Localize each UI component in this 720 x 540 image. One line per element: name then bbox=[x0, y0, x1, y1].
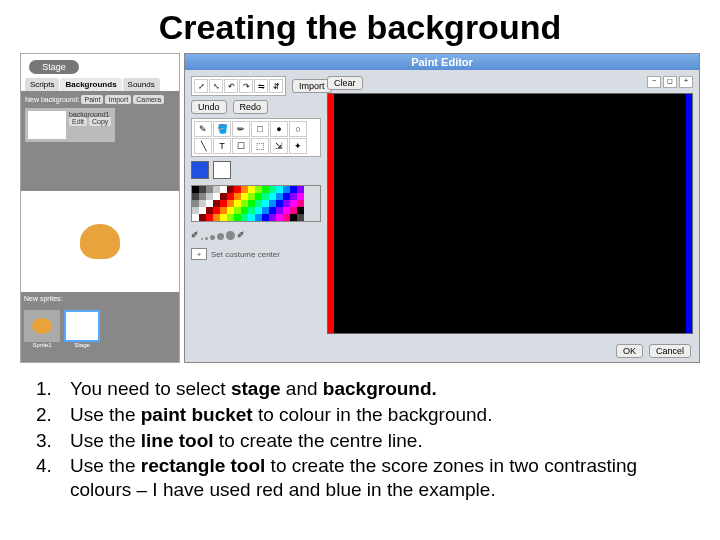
import-button[interactable]: Import bbox=[105, 95, 131, 104]
zoom-in-icon[interactable]: + bbox=[679, 76, 693, 88]
set-center-label: Set costume center bbox=[211, 250, 280, 259]
eyedropper-icon[interactable]: ✐ bbox=[191, 230, 199, 240]
brush-size-5[interactable] bbox=[226, 231, 235, 240]
tab-bar: Scripts Backgrounds Sounds bbox=[21, 78, 179, 91]
camera-button[interactable]: Camera bbox=[133, 95, 164, 104]
eyedropper-tool-icon[interactable]: ⇲ bbox=[270, 138, 288, 154]
paint-tools-column: ⤢ ⤡ ↶ ↷ ⇋ ⇵ Import Undo Redo ✎ 🪣 bbox=[191, 76, 321, 334]
import-button[interactable]: Import bbox=[292, 79, 332, 93]
flip-v-icon[interactable]: ⇵ bbox=[269, 79, 283, 93]
ellipse-tool-icon[interactable]: ○ bbox=[289, 121, 307, 137]
eraser-tool-icon[interactable]: ✏ bbox=[232, 121, 250, 137]
sprite-panel: New sprites: Sprite1 Stage bbox=[21, 292, 179, 362]
zoom-fit-icon[interactable]: ◻ bbox=[663, 76, 677, 88]
zoom-controls: − ◻ + bbox=[647, 76, 693, 90]
scratch-cat-icon bbox=[80, 224, 120, 259]
tab-scripts[interactable]: Scripts bbox=[25, 78, 59, 91]
clear-button[interactable]: Clear bbox=[327, 76, 363, 90]
screenshot-composite: Stage Scripts Backgrounds Sounds New bac… bbox=[0, 53, 720, 363]
eyedropper-icon[interactable]: ✐ bbox=[237, 230, 245, 240]
step-number: 1. bbox=[36, 377, 56, 401]
color-palette[interactable] bbox=[191, 185, 321, 222]
shrink-icon[interactable]: ⤡ bbox=[209, 79, 223, 93]
list-item: 3. Use the line tool to create the centr… bbox=[36, 429, 672, 453]
background-item[interactable]: background1 Edit Copy bbox=[25, 108, 115, 142]
list-item: 1. You need to select stage and backgrou… bbox=[36, 377, 672, 401]
brush-size-1[interactable] bbox=[201, 238, 203, 240]
backgrounds-panel: New background: Paint Import Camera back… bbox=[21, 91, 179, 191]
bg-edit-button[interactable]: Edit bbox=[69, 117, 87, 126]
step-number: 2. bbox=[36, 403, 56, 427]
select-tool-icon[interactable]: ☐ bbox=[232, 138, 250, 154]
undo-button[interactable]: Undo bbox=[191, 100, 227, 114]
transform-buttons: ⤢ ⤡ ↶ ↷ ⇋ ⇵ bbox=[191, 76, 286, 96]
rectangle-tool-icon[interactable]: □ bbox=[251, 121, 269, 137]
scratch-cat-icon bbox=[32, 318, 52, 334]
paintbrush-tool-icon[interactable]: ✎ bbox=[194, 121, 212, 137]
stage-thumb-label: Stage bbox=[64, 342, 100, 348]
paint-editor-dialog: Paint Editor ⤢ ⤡ ↶ ↷ ⇋ ⇵ Import Undo bbox=[184, 53, 700, 363]
list-item: 4. Use the rectangle tool to create the … bbox=[36, 454, 672, 502]
stamp-tool-icon[interactable]: ⬚ bbox=[251, 138, 269, 154]
filled-ellipse-tool-icon[interactable]: ● bbox=[270, 121, 288, 137]
zoom-out-icon[interactable]: − bbox=[647, 76, 661, 88]
fill-tool-icon[interactable]: 🪣 bbox=[213, 121, 231, 137]
blue-score-zone bbox=[686, 94, 692, 333]
sprite1-label: Sprite1 bbox=[24, 342, 60, 348]
sprite1-thumb[interactable] bbox=[24, 310, 60, 342]
stage-thumb[interactable] bbox=[64, 310, 100, 342]
brush-size-3[interactable] bbox=[210, 235, 215, 240]
step-number: 4. bbox=[36, 454, 56, 502]
rotate-cw-icon[interactable]: ↷ bbox=[239, 79, 253, 93]
red-score-zone bbox=[328, 94, 334, 333]
paint-button[interactable]: Paint bbox=[81, 95, 103, 104]
set-center-icon[interactable]: + bbox=[191, 248, 207, 260]
brush-sizes: ✐ ✐ bbox=[191, 230, 321, 240]
new-sprites-label: New sprites: bbox=[24, 295, 63, 302]
tab-backgrounds[interactable]: Backgrounds bbox=[60, 78, 121, 91]
instruction-list: 1. You need to select stage and backgrou… bbox=[0, 363, 720, 502]
tool-palette: ✎ 🪣 ✏ □ ● ○ ╲ T ☐ ⬚ ⇲ ✦ bbox=[191, 118, 321, 157]
stage-preview bbox=[21, 191, 179, 292]
background-thumb bbox=[28, 111, 66, 139]
color-swatches bbox=[191, 161, 321, 179]
list-item: 2. Use the paint bucket to colour in the… bbox=[36, 403, 672, 427]
text-tool-icon[interactable]: T bbox=[213, 138, 231, 154]
bg-copy-button[interactable]: Copy bbox=[89, 117, 111, 126]
rotate-ccw-icon[interactable]: ↶ bbox=[224, 79, 238, 93]
slide-title: Creating the background bbox=[0, 0, 720, 53]
step-number: 3. bbox=[36, 429, 56, 453]
cancel-button[interactable]: Cancel bbox=[649, 344, 691, 358]
tab-sounds[interactable]: Sounds bbox=[123, 78, 160, 91]
stage-button[interactable]: Stage bbox=[29, 60, 79, 74]
ok-button[interactable]: OK bbox=[616, 344, 643, 358]
brush-size-4[interactable] bbox=[217, 233, 224, 240]
scratch-stage-panel: Stage Scripts Backgrounds Sounds New bac… bbox=[20, 53, 180, 363]
background-color-swatch[interactable] bbox=[213, 161, 231, 179]
flip-h-icon[interactable]: ⇋ bbox=[254, 79, 268, 93]
line-tool-icon[interactable]: ╲ bbox=[194, 138, 212, 154]
brush-size-2[interactable] bbox=[205, 237, 208, 240]
foreground-color-swatch[interactable] bbox=[191, 161, 209, 179]
new-background-label: New background: bbox=[25, 96, 79, 103]
paint-editor-title: Paint Editor bbox=[185, 54, 699, 70]
grow-icon[interactable]: ⤢ bbox=[194, 79, 208, 93]
magic-tool-icon[interactable]: ✦ bbox=[289, 138, 307, 154]
paint-canvas[interactable] bbox=[327, 93, 693, 334]
redo-button[interactable]: Redo bbox=[233, 100, 269, 114]
